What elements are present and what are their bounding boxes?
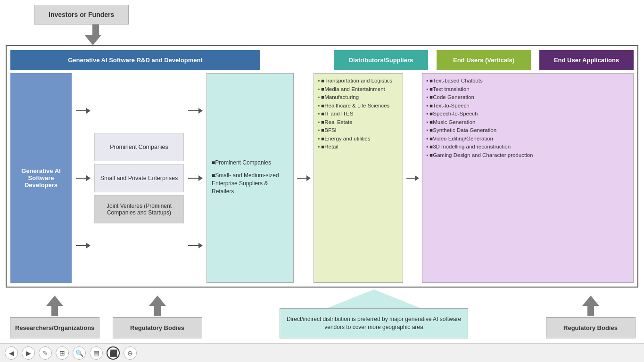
bottom-regulatory1: Regulatory Bodies [111,296,203,338]
toolbar-forward-btn[interactable]: ▶ [22,346,35,360]
dist-item2: ■Small- and Medium-sized Enterprise Supp… [212,172,289,195]
regulatory2-box: Regulatory Bodies [546,317,636,338]
app-item1: ■Text-based Chatbots [426,77,629,85]
investors-arrow-stem [92,25,99,35]
bottom-section: Researchers/Organizations Regulatory Bod… [6,289,638,338]
toolbar-back-btn[interactable]: ◀ [5,346,18,360]
app-item3: ■Code Generation [426,94,629,101]
col-genai-dev: Generative AI Software Developers [10,73,72,283]
content-row: Generative AI Software Developers [10,73,634,283]
col-arrow-dist-to-eu [297,73,311,283]
small-enterprises-box: Small and Private Enterprises [94,164,184,192]
headers-row: Generative AI Software R&D and Developme… [10,50,634,70]
toolbar-minus-btn[interactable]: ⊖ [124,346,137,360]
end-users-box: ■Transportation and Logistics ■Media and… [314,73,403,283]
diagram-box: Generative AI Software R&D and Developme… [6,45,638,288]
app-item2: ■Text translation [426,86,629,93]
regulatory1-label: Regulatory Bodies [130,324,184,331]
app-item8: ■Video Editing/Generation [426,135,629,143]
arrow-dev-to-prominent [74,77,91,144]
col-arrow-eu-to-apps [406,73,419,283]
investors-arrow-head [84,35,101,45]
main-container: Investors or Funders Generative AI Softw… [0,0,644,362]
header-apps: End User Applications [539,50,634,70]
toolbar-screen-btn[interactable]: ⬛ [107,346,120,360]
eu-item5: ■IT and ITES [318,110,399,118]
center-text-box: Direct/indirect distribution is preferre… [280,308,468,338]
toolbar-edit-btn[interactable]: ✎ [39,346,52,360]
researchers-box: Researchers/Organizations [10,317,99,338]
jv-box: Joint Ventures (Prominent Companies and … [94,195,184,223]
col-end-users: ■Transportation and Logistics ■Media and… [314,73,403,283]
app-item10: ■Gaming Design and Character production [426,152,629,159]
center-text: Direct/indirect distribution is preferre… [287,316,461,330]
app-item5: ■Speech-to-Speech [426,110,629,118]
app-item4: ■Text-to-Speech [426,102,629,110]
eu-item9: ■Retail [318,143,399,151]
apps-box: ■Text-based Chatbots ■Text translation ■… [422,73,634,283]
eu-item8: ■Energy and utilities [318,135,399,143]
genai-dev-label: Generative AI Software Developers [14,167,68,189]
toolbar-grid-btn[interactable]: ⊞ [56,346,69,360]
toolbar-zoom-btn[interactable]: 🔍 [73,346,86,360]
app-item9: ■3D modelling and reconstruction [426,143,629,151]
arrow-prominent-to-dist [187,77,204,144]
col-apps: ■Text-based Chatbots ■Text translation ■… [422,73,634,283]
center-bottom: Direct/indirect distribution is preferre… [208,289,540,338]
researchers-label: Researchers/Organizations [15,324,94,331]
col-companies: Prominent Companies Small and Private En… [94,73,184,283]
eu-item3: ■Manufacturing [318,94,399,101]
dist-box: ■Prominent Companies ■Small- and Medium-… [206,73,294,283]
top-section: Investors or Funders [6,5,638,45]
header-genai: Generative AI Software R&D and Developme… [10,50,260,70]
regulatory1-box: Regulatory Bodies [113,317,202,338]
arrow-dev-to-jv [74,212,91,279]
prominent-companies-box: Prominent Companies [94,133,184,161]
toolbar-list-btn[interactable]: ▤ [90,346,103,360]
bottom-regulatory2: Regulatory Bodies [545,296,636,338]
eu-item1: ■Transportation and Logistics [318,77,399,85]
bottom-researchers: Researchers/Organizations [8,296,102,338]
eu-item7: ■BFSI [318,127,399,134]
col-dist: ■Prominent Companies ■Small- and Medium-… [206,73,294,283]
triangle-shape [327,289,421,308]
dist-item1: ■Prominent Companies [212,159,289,167]
app-item6: ■Music Generation [426,119,629,126]
toolbar: ◀ ▶ ✎ ⊞ 🔍 ▤ ⬛ ⊖ [0,343,644,362]
regulatory2-label: Regulatory Bodies [563,324,618,331]
eu-item4: ■Healthcare & Life Sciences [318,102,399,110]
investors-label: Investors or Funders [49,11,114,18]
app-item7: ■Synthetic Data Generation [426,127,629,134]
arrow-small-to-dist [187,144,204,212]
investors-box: Investors or Funders [34,5,129,25]
header-dist: Distributors/Suppliers [334,50,428,70]
arrow-dev-to-small [74,144,91,212]
genai-dev-box: Generative AI Software Developers [10,73,72,283]
eu-item2: ■Media and Entertainment [318,86,399,93]
arrow-jv-to-dist [187,212,204,279]
arrow-up-regulatory1 [149,296,166,316]
eu-item6: ■Real Estate [318,119,399,126]
arrow-up-researchers [46,296,63,316]
header-endusers: End Users (Verticals) [437,50,531,70]
arrow-up-regulatory2 [582,296,599,316]
